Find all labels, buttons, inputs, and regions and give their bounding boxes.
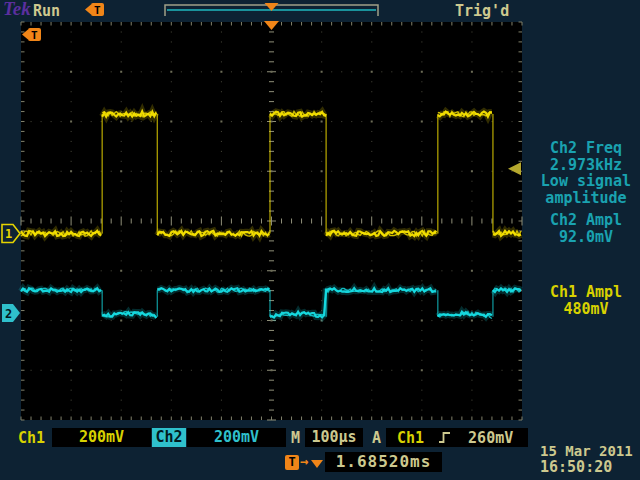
trigger-status: Trig'd: [455, 2, 509, 20]
trigger-readout: Ch1 260mV: [386, 428, 528, 447]
arrow-right-icon: →: [300, 453, 308, 469]
date-text: 15 Mar 2011: [540, 443, 640, 459]
time-text: 16:50:20: [540, 459, 640, 475]
trigger-letter: T: [31, 29, 38, 42]
ch2-marker-label: 2: [5, 307, 12, 321]
ch1-marker-label: 1: [5, 227, 12, 241]
trigger-source: Ch1: [397, 429, 424, 447]
triangle-down-icon: [311, 460, 323, 468]
tek-logo: Tek: [3, 0, 31, 20]
trigger-level-readout: 260mV: [468, 429, 513, 447]
trigger-time-icon: T: [285, 455, 299, 470]
oscilloscope-screen: TT12 Tek Run Trig'd Ch2 Freq 2.973kHz Lo…: [0, 0, 640, 480]
measurement-value: 92.0mV: [534, 229, 638, 246]
rising-edge-icon: [437, 430, 452, 445]
measurement-ch2-ampl: Ch2 Ampl 92.0mV: [534, 212, 638, 245]
ch1-label: Ch1: [18, 429, 45, 447]
measurement-ch2-freq: Ch2 Freq 2.973kHz Low signal amplitude: [534, 140, 638, 206]
measurement-value: 480mV: [534, 301, 638, 318]
measurement-value: 2.973kHz: [534, 157, 638, 174]
measurement-label: Ch2 Freq: [534, 140, 638, 157]
arrow-left-icon: [85, 5, 91, 15]
ch1-scale-readout: 200mV: [52, 428, 151, 447]
measurement-ch1-ampl: Ch1 Ampl 480mV: [534, 284, 638, 317]
trigger-letter: T: [94, 4, 101, 17]
date-time: 15 Mar 2011 16:50:20: [540, 443, 640, 475]
trigger-delay-readout: 1.68520ms: [325, 452, 442, 472]
timebase-label: M: [291, 429, 300, 447]
warning-text: Low signal: [534, 173, 638, 190]
trigger-mode-label: A: [372, 429, 381, 447]
measurement-label: Ch2 Ampl: [534, 212, 638, 229]
ch2-label-selected: Ch2: [152, 428, 186, 447]
acquisition-state: Run: [33, 2, 60, 20]
warning-text: amplitude: [534, 190, 638, 207]
measurement-label: Ch1 Ampl: [534, 284, 638, 301]
timebase-readout: 100µs: [305, 428, 363, 447]
ch2-scale-readout: 200mV: [187, 428, 286, 447]
